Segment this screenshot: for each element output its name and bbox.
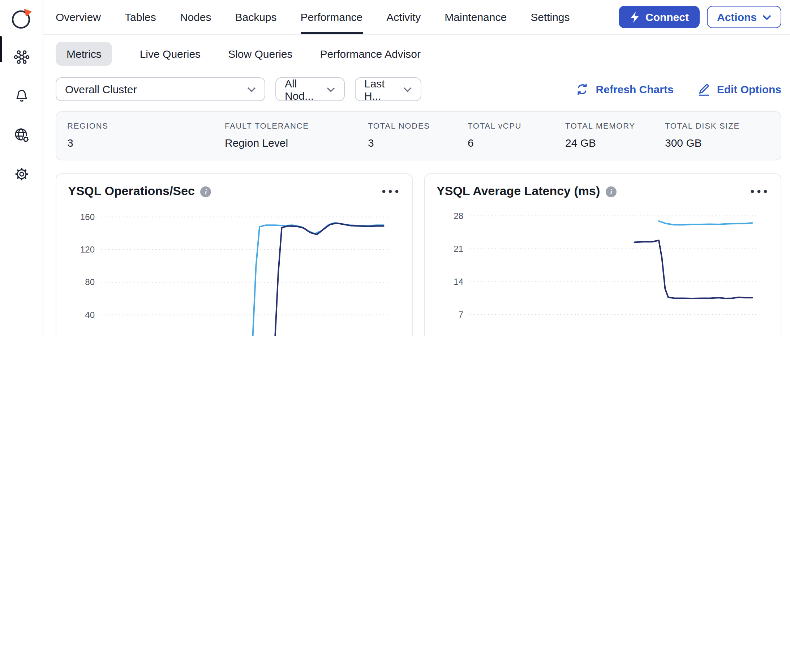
chevron-down-icon	[327, 86, 335, 92]
cluster-network-icon	[13, 48, 30, 66]
summary-value: 6	[468, 136, 565, 149]
chart-title: YSQL Average Latency (ms)	[437, 184, 600, 199]
chart-title: YSQL Operations/Sec	[68, 184, 195, 199]
summary-total-disk: TOTAL DISK SIZE 300 GB	[665, 122, 740, 149]
filter-bar: Overall Cluster All Nod... Last H...	[56, 77, 781, 101]
time-range-select-value: Last H...	[364, 77, 404, 101]
subtab-live-queries[interactable]: Live Queries	[140, 42, 200, 66]
svg-text:21: 21	[453, 244, 463, 254]
ellipsis-icon	[381, 189, 399, 194]
nodes-select[interactable]: All Nod...	[276, 77, 345, 101]
actions-label: Actions	[717, 11, 757, 23]
refresh-charts-link[interactable]: Refresh Charts	[576, 82, 674, 96]
app-window: » Overview Tables Nodes Backups Performa…	[0, 0, 790, 336]
svg-text:160: 160	[80, 212, 95, 222]
ellipsis-icon	[750, 189, 768, 194]
summary-label: FAULT TOLERANCE	[225, 122, 368, 130]
cluster-select[interactable]: Overall Cluster	[56, 77, 265, 101]
summary-regions: REGIONS 3	[67, 122, 225, 149]
actions-button[interactable]: Actions	[707, 6, 781, 28]
tab-settings[interactable]: Settings	[530, 0, 570, 34]
chevron-down-icon	[247, 86, 256, 92]
subtab-performance-advisor[interactable]: Performance Advisor	[320, 42, 421, 66]
nodes-select-value: All Nod...	[285, 77, 327, 101]
summary-value: 3	[368, 136, 468, 149]
chevron-down-icon	[404, 86, 412, 92]
tab-overview[interactable]: Overview	[56, 0, 101, 34]
ysql-operations-chart: 0408012016016:1916:2916:3816:4716:5717:0…	[68, 202, 399, 336]
tab-activity[interactable]: Activity	[386, 0, 421, 34]
bell-icon	[13, 88, 29, 104]
summary-label: TOTAL MEMORY	[565, 122, 665, 130]
main-area: Overview Tables Nodes Backups Performanc…	[43, 0, 790, 336]
summary-total-nodes: TOTAL NODES 3	[368, 122, 468, 149]
summary-total-vcpu: TOTAL vCPU 6	[468, 122, 565, 149]
subtab-metrics[interactable]: Metrics	[56, 42, 112, 66]
metrics-content: Overall Cluster All Nod... Last H...	[43, 72, 790, 336]
cluster-select-value: Overall Cluster	[65, 83, 136, 95]
pencil-icon	[697, 82, 710, 96]
chart-menu-button[interactable]	[749, 188, 769, 195]
sidebar-item-settings[interactable]	[12, 165, 31, 184]
time-range-select[interactable]: Last H...	[355, 77, 421, 101]
chart-grid: YSQL Operations/Sec i 0408012016016:1916…	[56, 173, 781, 336]
tab-maintenance[interactable]: Maintenance	[444, 0, 507, 34]
svg-text:28: 28	[453, 211, 463, 221]
globe-gear-icon	[13, 126, 30, 144]
sidebar-item-clusters[interactable]	[12, 48, 31, 67]
cluster-summary: REGIONS 3 FAULT TOLERANCE Region Level T…	[56, 111, 781, 160]
refresh-icon	[576, 82, 590, 96]
sidebar-active-indicator	[0, 36, 2, 62]
chart-actions: Refresh Charts Edit Options	[576, 82, 781, 96]
chart-card-ysql-latency: YSQL Average Latency (ms) i 0714212816:1…	[424, 173, 781, 336]
info-icon[interactable]: i	[200, 186, 212, 197]
edit-options-link[interactable]: Edit Options	[697, 82, 781, 96]
tab-tables[interactable]: Tables	[125, 0, 156, 34]
svg-text:80: 80	[85, 277, 95, 287]
svg-text:14: 14	[453, 277, 463, 286]
tab-performance[interactable]: Performance	[301, 0, 363, 34]
tab-nodes[interactable]: Nodes	[180, 0, 212, 34]
ysql-latency-chart: 0714212816:1916:2916:3816:4716:5717:0617…	[437, 202, 768, 336]
connect-button[interactable]: Connect	[619, 6, 700, 28]
sidebar-item-alerts[interactable]	[12, 87, 31, 106]
summary-label: TOTAL DISK SIZE	[665, 122, 740, 130]
svg-text:7: 7	[458, 310, 463, 319]
summary-label: REGIONS	[67, 122, 225, 130]
chart-menu-button[interactable]	[380, 188, 401, 195]
subtab-slow-queries[interactable]: Slow Queries	[228, 42, 292, 66]
refresh-charts-label: Refresh Charts	[596, 83, 674, 95]
sidebar: »	[0, 0, 43, 336]
header-actions: Connect Actions	[619, 6, 781, 28]
sidebar-item-network-settings[interactable]	[12, 126, 31, 144]
chevron-down-icon	[763, 14, 771, 20]
chart-card-ysql-operations: YSQL Operations/Sec i 0408012016016:1916…	[56, 173, 413, 336]
sidebar-nav	[12, 48, 31, 184]
summary-total-memory: TOTAL MEMORY 24 GB	[565, 122, 665, 149]
cluster-tabs: Overview Tables Nodes Backups Performanc…	[56, 0, 570, 34]
info-icon[interactable]: i	[606, 186, 617, 197]
connect-label: Connect	[646, 11, 689, 23]
gear-icon	[13, 165, 30, 183]
lightning-icon	[630, 11, 640, 23]
svg-text:40: 40	[85, 310, 95, 320]
summary-value: 300 GB	[665, 136, 740, 149]
summary-label: TOTAL NODES	[368, 122, 468, 130]
summary-value: 24 GB	[565, 136, 665, 149]
edit-options-label: Edit Options	[717, 83, 781, 95]
performance-subtabs: Metrics Live Queries Slow Queries Perfor…	[43, 35, 790, 72]
summary-value: 3	[67, 136, 225, 149]
summary-label: TOTAL vCPU	[468, 122, 565, 130]
summary-fault-tolerance: FAULT TOLERANCE Region Level	[225, 122, 368, 149]
yugabyte-logo-icon	[10, 7, 33, 30]
cluster-tab-bar: Overview Tables Nodes Backups Performanc…	[43, 0, 790, 35]
yugabyte-logo[interactable]	[10, 7, 33, 30]
svg-text:120: 120	[80, 245, 95, 254]
tab-backups[interactable]: Backups	[235, 0, 276, 34]
summary-value: Region Level	[225, 136, 368, 149]
